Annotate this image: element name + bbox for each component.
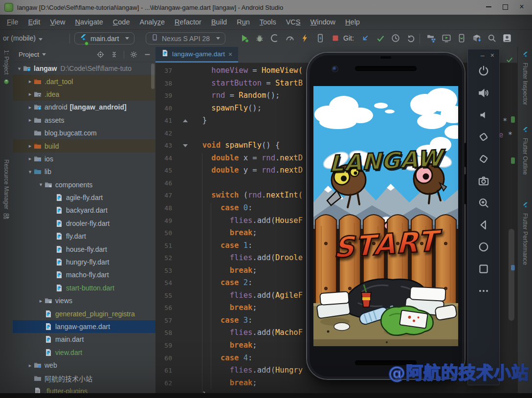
commit-icon[interactable] [376,33,385,43]
tree-item-idea[interactable]: ▸.idea [13,88,155,101]
stripe-mark-green[interactable] [511,157,515,164]
menu-edit[interactable]: Edit [23,16,45,28]
project-scrollbar[interactable] [151,64,155,89]
stripe-mark-green[interactable] [511,116,515,123]
debug-icon[interactable] [255,33,265,43]
settings-icon[interactable] [130,50,138,59]
editor-scrollbar[interactable] [509,229,514,321]
history-icon[interactable] [391,33,400,43]
tree-item-views[interactable]: ▸views [13,294,155,307]
tree-right-arrow-icon[interactable]: ▸ [26,155,34,162]
emulator-home-button[interactable] [477,241,490,253]
tree-item-web[interactable]: ▸web [13,359,155,372]
minimize-button[interactable] [481,1,496,12]
tree-item-house-fly-dart[interactable]: house-fly.dart [13,243,155,255]
device-manager-icon[interactable] [457,33,466,43]
tree-right-arrow-icon[interactable]: ▸ [26,91,34,97]
tree-item-lib[interactable]: ▾lib [13,165,155,178]
emulator-minimize-button[interactable]: – [481,52,485,59]
emulator-volume-up-button[interactable] [477,87,490,99]
tree-item-macho-fly-dart[interactable]: macho-fly.dart [13,268,155,281]
tree-item-fly-dart[interactable]: fly.dart [13,230,155,243]
tree-item-blog-bugcatt-com[interactable]: blog.bugcatt.com [13,127,155,139]
tree-item-langaw[interactable]: ▾langawD:\Code\Self\flame-tuto [13,62,155,75]
tool-window-tab-flutter-performance[interactable]: Flutter Performance [518,201,532,265]
tree-item-build[interactable]: ▸build [13,139,155,152]
locate-icon[interactable] [96,50,105,59]
profiler-icon[interactable] [270,33,280,43]
emulator-more-button[interactable] [477,285,490,297]
profile-icon[interactable] [502,33,512,43]
tree-down-arrow-icon[interactable]: ▾ [26,169,34,175]
tree-item-start-button-dart[interactable]: start-button.dart [13,282,155,294]
emulator-power-button[interactable] [477,65,490,77]
tree-item-drooler-fly-dart[interactable]: drooler-fly.dart [13,217,155,230]
collapse-all-icon[interactable] [110,50,118,59]
search-icon[interactable] [487,33,497,43]
update-icon[interactable] [360,33,370,43]
tree-down-arrow-icon[interactable]: ▾ [16,66,23,72]
tree-item-main-dart[interactable]: main.dart [13,333,155,346]
menu-help[interactable]: Help [340,16,365,28]
tool-window-tab-flutter-inspector[interactable]: Flutter Inspector [518,51,532,105]
menu-view[interactable]: View [45,16,70,28]
emulator-rotate-right-button[interactable] [477,153,490,165]
menu-window[interactable]: Window [306,16,341,28]
menu-code[interactable]: Code [108,16,135,28]
tree-down-arrow-icon[interactable]: ▾ [37,181,44,188]
menu-build[interactable]: Build [206,16,232,28]
tree-right-arrow-icon[interactable]: ▸ [26,143,34,149]
game-screen[interactable]: LANGAW START [313,86,458,346]
tree-item-android[interactable]: ▸android[langaw_android] [13,101,155,113]
tree-item-langaw-game-dart[interactable]: langaw-game.dart [13,320,155,333]
menu-tools[interactable]: Tools [255,16,281,28]
tree-right-arrow-icon[interactable]: ▸ [26,362,34,369]
sdk-manager-icon[interactable] [472,33,482,43]
stop-icon[interactable] [331,33,340,43]
hide-icon[interactable] [143,50,152,59]
inspection-ok-icon[interactable] [506,56,513,66]
maximize-button[interactable] [498,1,512,12]
structure-icon[interactable] [426,33,436,43]
tree-right-arrow-icon[interactable]: ▸ [26,117,34,123]
tree-item-dart-tool[interactable]: ▸.dart_tool [13,75,155,88]
emulator-volume-down-button[interactable] [477,109,490,121]
rollback-icon[interactable] [406,33,416,43]
tree-item-assets[interactable]: ▸assets [13,114,155,127]
tree-item-generated-plugin-registra[interactable]: generated_plugin_registra [13,307,155,320]
menu-refactor[interactable]: Refactor [170,16,206,28]
tree-item-components[interactable]: ▾components [13,178,155,191]
run-config-selector[interactable]: main.dart [74,32,134,44]
menu-navigate[interactable]: Navigate [70,16,108,28]
emulator-rotate-left-button[interactable] [477,131,490,143]
emulator-camera-button[interactable] [477,175,490,187]
hot-reload-icon[interactable] [300,33,310,43]
emulator-overview-button[interactable] [477,263,490,275]
performance-icon[interactable] [285,33,295,43]
tree-item-ios[interactable]: ▸ios [13,153,155,165]
run-icon[interactable] [240,33,249,43]
tool-window-tab-resource-manager[interactable]: Resource Manager [0,159,13,221]
menu-analyze[interactable]: Analyze [135,16,170,28]
tree-right-arrow-icon[interactable]: ▸ [26,78,34,85]
emulator-close-button[interactable]: × [490,52,494,59]
tool-window-tab-1-project[interactable]: 1: Project [0,50,13,87]
close-button[interactable]: × [514,1,529,12]
tree-item-阿航的技术小站[interactable]: 阿航的技术小站 [13,372,155,384]
target-device-selector[interactable]: Nexus S API 28 [146,32,225,44]
emulator-back-button[interactable] [477,219,490,231]
tab-close-icon[interactable]: × [228,50,232,58]
tree-item-view-dart[interactable]: view.dart [13,346,155,359]
emulator-zoom-button[interactable] [477,197,490,209]
menu-file[interactable]: File [2,16,23,28]
tree-item-agile-fly-dart[interactable]: agile-fly.dart [13,191,155,204]
tree-right-arrow-icon[interactable]: ▸ [26,104,34,111]
tool-window-tab-flutter-outline[interactable]: Flutter Outline [518,126,532,175]
start-button[interactable]: START [319,217,453,271]
tab-langaw-game[interactable]: langaw-game.dart × [155,47,238,63]
fold-marker-line-41[interactable] [183,119,188,122]
avd-manager-icon[interactable] [442,33,451,43]
menu-run[interactable]: Run [232,16,255,28]
hot-restart-icon[interactable] [315,33,325,43]
device-selector[interactable]: or (mobile) [3,34,43,42]
